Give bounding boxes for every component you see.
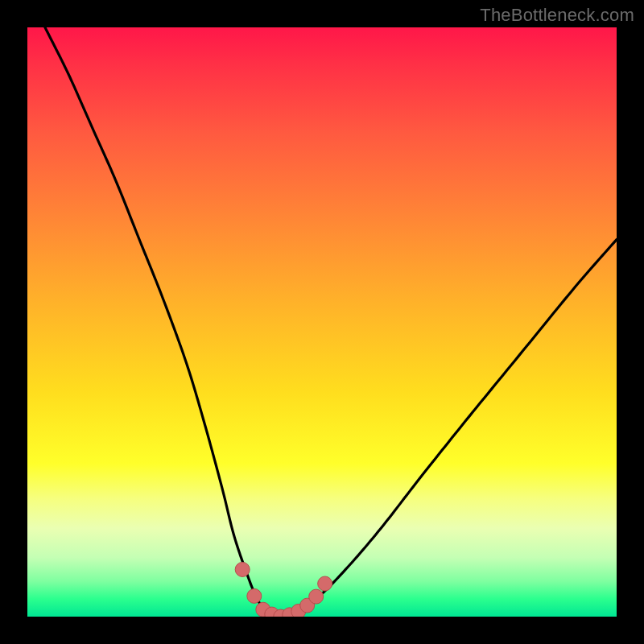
outer-frame: TheBottleneck.com — [0, 0, 644, 644]
highlight-marker — [318, 576, 332, 591]
plot-area — [27, 27, 617, 617]
watermark-text: TheBottleneck.com — [480, 5, 634, 26]
highlight-marker — [309, 589, 324, 604]
highlight-markers — [235, 562, 332, 617]
highlight-marker — [235, 562, 250, 576]
bottleneck-curve-path — [27, 27, 617, 617]
highlight-marker — [247, 588, 262, 603]
curve-layer — [27, 27, 617, 617]
